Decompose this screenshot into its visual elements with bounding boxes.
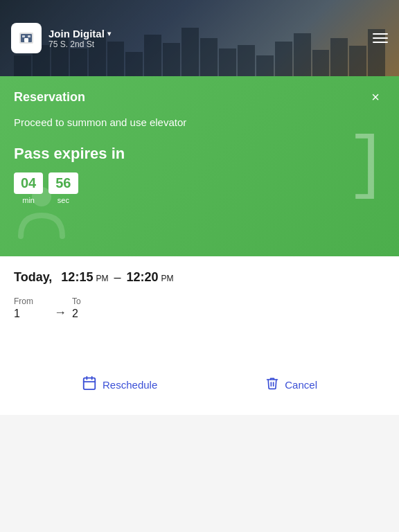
card-title: Reservation: [14, 90, 85, 105]
svg-rect-4: [22, 35, 25, 37]
hamburger-line: [373, 37, 388, 39]
date-time-row: Today, 12:15PM – 12:20PM: [14, 270, 385, 285]
from-label: From: [14, 296, 48, 306]
time-start: 12:15: [61, 270, 93, 285]
date-time-display: Today, 12:15PM – 12:20PM: [14, 270, 385, 285]
to-label: To: [72, 296, 107, 306]
header-bar: Join Digital ▾ 75 S. 2nd St: [0, 0, 399, 76]
time-end: 12:20: [126, 270, 158, 285]
company-name-label[interactable]: Join Digital ▾: [48, 28, 111, 39]
time-end-period: PM: [161, 274, 173, 283]
from-floor-col: From 1: [14, 296, 48, 320]
header-left: Join Digital ▾ 75 S. 2nd St: [11, 23, 111, 53]
action-row: Reschedule Cancel: [14, 375, 385, 394]
reservation-card: Reservation × Proceed to summon and use …: [0, 76, 399, 256]
floor-row: From 1 → To 2: [14, 296, 385, 320]
close-button[interactable]: ×: [366, 87, 385, 107]
to-floor-number: 2: [72, 308, 107, 320]
cancel-button[interactable]: Cancel: [265, 376, 317, 393]
bracket-decoration: ]: [346, 132, 388, 201]
from-floor-number: 1: [14, 308, 48, 320]
company-logo: [11, 23, 42, 53]
svg-rect-7: [84, 378, 96, 390]
timer-row: 04 min 56 sec: [14, 172, 385, 204]
trash-icon: [265, 376, 279, 393]
to-floor-col: To 2: [72, 296, 107, 320]
hero-header: Join Digital ▾ 75 S. 2nd St: [0, 0, 399, 76]
time-start-period: PM: [96, 274, 108, 283]
hamburger-line: [373, 33, 388, 35]
svg-point-6: [32, 187, 51, 206]
company-address-label: 75 S. 2nd St: [48, 39, 111, 49]
reschedule-label: Reschedule: [103, 379, 157, 391]
floor-arrow-icon: →: [54, 305, 66, 320]
hamburger-menu-button[interactable]: [373, 33, 388, 43]
hamburger-line: [373, 42, 388, 43]
company-info: Join Digital ▾ 75 S. 2nd St: [48, 28, 111, 49]
svg-rect-3: [24, 38, 28, 42]
reschedule-button[interactable]: Reschedule: [82, 375, 157, 394]
pass-expires-label: Pass expires in: [14, 145, 385, 163]
reschedule-icon: [82, 375, 97, 394]
details-section: Today, 12:15PM – 12:20PM From 1 → To 2: [0, 256, 399, 415]
date-label: Today,: [14, 270, 52, 285]
cancel-label: Cancel: [285, 379, 317, 391]
card-header: Reservation ×: [14, 87, 385, 107]
person-watermark: [14, 184, 69, 249]
card-subtitle: Proceed to summon and use elevator: [14, 116, 385, 128]
time-dash: –: [114, 270, 121, 285]
chevron-down-icon: ▾: [107, 30, 111, 37]
svg-rect-5: [28, 35, 30, 37]
